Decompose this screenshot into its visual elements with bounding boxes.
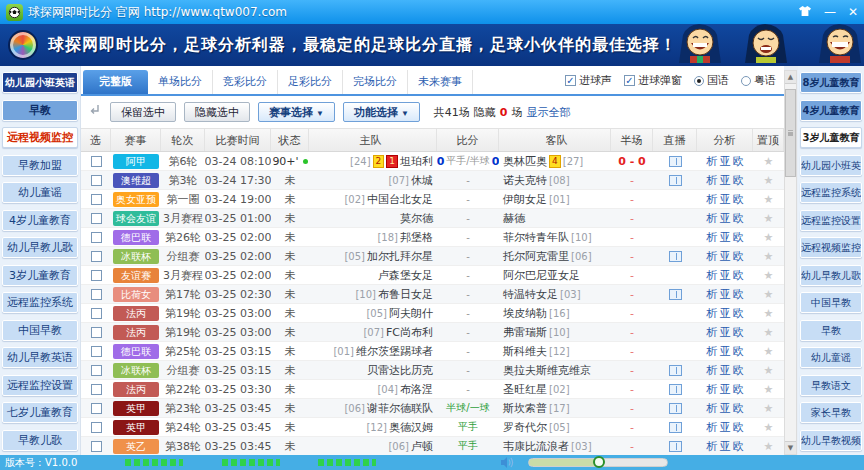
analysis-link[interactable]: 欧 (733, 287, 744, 302)
pin-star-icon[interactable]: ★ (764, 307, 774, 320)
row-checkbox[interactable] (91, 365, 102, 376)
analysis-link[interactable]: 欧 (733, 401, 744, 416)
pin-star-icon[interactable]: ★ (764, 326, 774, 339)
pin-star-icon[interactable]: ★ (764, 364, 774, 377)
analysis-link[interactable]: 析 (707, 306, 718, 321)
tab-足彩比分[interactable]: 足彩比分 (278, 70, 343, 94)
league-badge[interactable]: 球会友谊 (113, 211, 159, 226)
league-badge[interactable]: 法丙 (113, 382, 159, 397)
left-sidebar-item[interactable]: 远程视频监控 (2, 127, 78, 148)
analysis-link[interactable]: 欧 (733, 306, 744, 321)
pin-star-icon[interactable]: ★ (764, 345, 774, 358)
mandarin-radio[interactable] (694, 76, 704, 86)
left-sidebar-item[interactable]: 4岁儿童教育 (2, 210, 78, 231)
right-sidebar-item[interactable]: 幼儿早教儿歌 (800, 265, 862, 286)
pin-star-icon[interactable]: ★ (764, 288, 774, 301)
analysis-link[interactable]: 欧 (733, 173, 744, 188)
right-sidebar-item[interactable]: 3岁儿童教育 (800, 127, 862, 148)
scrollbar-thumb[interactable] (785, 89, 796, 177)
left-sidebar-item[interactable]: 幼儿园小班英语 (2, 72, 78, 93)
analysis-link[interactable]: 析 (707, 154, 718, 169)
analysis-link[interactable]: 亚 (720, 439, 731, 454)
analysis-link[interactable]: 析 (707, 363, 718, 378)
keep-selected-button[interactable]: 保留选中 (110, 102, 176, 122)
pin-star-icon[interactable]: ★ (764, 402, 774, 415)
live-tv-icon[interactable] (669, 403, 682, 414)
analysis-link[interactable]: 亚 (720, 401, 731, 416)
row-checkbox[interactable] (91, 327, 102, 338)
left-sidebar-item[interactable]: 早教 (2, 100, 78, 121)
league-badge[interactable]: 德巴联 (113, 344, 159, 359)
analysis-link[interactable]: 亚 (720, 344, 731, 359)
league-badge[interactable]: 阿甲 (113, 154, 159, 169)
analysis-link[interactable]: 析 (707, 192, 718, 207)
analysis-link[interactable]: 析 (707, 401, 718, 416)
row-checkbox[interactable] (91, 308, 102, 319)
left-sidebar-item[interactable]: 3岁儿童教育 (2, 265, 78, 286)
function-select-dropdown[interactable]: 功能选择▼ (343, 102, 420, 122)
pin-star-icon[interactable]: ★ (764, 440, 774, 453)
league-badge[interactable]: 法丙 (113, 306, 159, 321)
left-sidebar-item[interactable]: 早教儿歌 (2, 430, 78, 451)
minimize-button[interactable]: — (824, 5, 836, 19)
left-sidebar-item[interactable]: 幼儿童谣 (2, 182, 78, 203)
volume-slider[interactable] (528, 458, 668, 467)
pin-star-icon[interactable]: ★ (764, 269, 774, 282)
live-tv-icon[interactable] (669, 441, 682, 452)
analysis-link[interactable]: 亚 (720, 154, 731, 169)
skin-icon[interactable] (798, 5, 812, 20)
analysis-link[interactable]: 亚 (720, 420, 731, 435)
live-tv-icon[interactable] (669, 365, 682, 376)
league-badge[interactable]: 友谊赛 (113, 268, 159, 283)
right-sidebar-item[interactable]: 远程视频监控 (800, 237, 862, 258)
analysis-link[interactable]: 析 (707, 173, 718, 188)
left-sidebar-item[interactable]: 早教加盟 (2, 155, 78, 176)
row-checkbox[interactable] (91, 194, 102, 205)
league-badge[interactable]: 奥女亚预 (113, 192, 159, 207)
right-sidebar-item[interactable]: 4岁儿童教育 (800, 100, 862, 121)
row-checkbox[interactable] (91, 289, 102, 300)
league-badge[interactable]: 冰联杯 (113, 363, 159, 378)
row-checkbox[interactable] (91, 422, 102, 433)
analysis-link[interactable]: 析 (707, 287, 718, 302)
left-sidebar-item[interactable]: 七岁儿童教育 (2, 402, 78, 423)
live-tv-icon[interactable] (669, 251, 682, 262)
analysis-link[interactable]: 亚 (720, 325, 731, 340)
mandarin-option[interactable]: 国语 (694, 73, 729, 88)
analysis-link[interactable]: 析 (707, 325, 718, 340)
analysis-link[interactable]: 析 (707, 230, 718, 245)
analysis-link[interactable]: 亚 (720, 192, 731, 207)
league-badge[interactable]: 英甲 (113, 401, 159, 416)
row-checkbox[interactable] (91, 270, 102, 281)
volume-slider-thumb[interactable] (593, 456, 605, 468)
left-sidebar-item[interactable]: 幼儿早教英语 (2, 347, 78, 368)
pin-star-icon[interactable]: ★ (764, 421, 774, 434)
row-checkbox[interactable] (91, 403, 102, 414)
right-sidebar-item[interactable]: 幼儿园小班英语 (800, 155, 862, 176)
cantonese-radio[interactable] (741, 76, 751, 86)
analysis-link[interactable]: 析 (707, 344, 718, 359)
live-tv-icon[interactable] (669, 384, 682, 395)
analysis-link[interactable]: 析 (707, 439, 718, 454)
league-badge[interactable]: 澳维超 (113, 173, 159, 188)
analysis-link[interactable]: 析 (707, 211, 718, 226)
pin-star-icon[interactable]: ★ (764, 383, 774, 396)
analysis-link[interactable]: 欧 (733, 154, 744, 169)
goal-sound-option[interactable]: ✓ 进球声 (565, 73, 612, 88)
analysis-link[interactable]: 析 (707, 249, 718, 264)
analysis-link[interactable]: 欧 (733, 230, 744, 245)
analysis-link[interactable]: 亚 (720, 382, 731, 397)
analysis-link[interactable]: 析 (707, 268, 718, 283)
analysis-link[interactable]: 亚 (720, 268, 731, 283)
analysis-link[interactable]: 亚 (720, 249, 731, 264)
analysis-link[interactable]: 欧 (733, 249, 744, 264)
row-checkbox[interactable] (91, 346, 102, 357)
league-badge[interactable]: 法丙 (113, 325, 159, 340)
pin-star-icon[interactable]: ★ (764, 212, 774, 225)
right-sidebar-item[interactable]: 早教语文 (800, 375, 862, 396)
league-badge[interactable]: 德巴联 (113, 230, 159, 245)
tab-完整版[interactable]: 完整版 (83, 70, 148, 94)
league-badge[interactable]: 英甲 (113, 420, 159, 435)
right-sidebar-item[interactable]: 8岁儿童教育 (800, 72, 862, 93)
tab-单场比分[interactable]: 单场比分 (148, 70, 213, 94)
